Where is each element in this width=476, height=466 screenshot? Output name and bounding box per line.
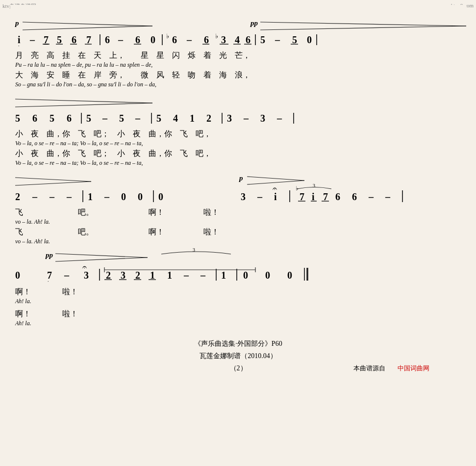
note-1e: 1	[221, 270, 226, 281]
svg-line-36	[55, 258, 148, 261]
chinese-row5: 飞 吧。 啊！ 啦！	[15, 208, 219, 216]
dash5: –	[102, 113, 108, 124]
note-3b: 3	[260, 113, 265, 124]
note-1c: 1	[150, 270, 155, 281]
note-6g: 6	[67, 113, 72, 124]
note-6f: 6	[32, 113, 37, 124]
pinyin-row1: Pu – ra la lu – na splen – de, pu – ra l…	[15, 61, 152, 68]
flat-sign-1: ♭	[166, 32, 169, 40]
flat-sign-3: ♭	[296, 185, 299, 192]
svg-line-24	[15, 178, 91, 181]
note-5a: 5	[57, 34, 62, 45]
note-3a: 3	[227, 113, 232, 124]
note-1d: 1	[167, 270, 172, 281]
pinyin-row8: Ah! la.	[15, 320, 31, 327]
footer-source: 《声乐曲选集·外国部分》P60	[194, 340, 282, 347]
footer-arranger: 瓦莲金娜制谱（2010.04）	[200, 352, 277, 360]
dash7: –	[243, 113, 249, 124]
note-0g: 0	[243, 270, 248, 281]
dynamic-p1: p	[14, 19, 19, 27]
note-0c: 0	[121, 191, 126, 202]
note-4a: 4	[235, 34, 240, 45]
note-0e: 0	[158, 191, 163, 202]
dash4: –	[275, 34, 280, 45]
note-0d: 0	[138, 191, 143, 202]
note-2c: 2	[106, 270, 111, 281]
dash2: –	[118, 34, 124, 45]
note-7b: 7	[86, 34, 91, 45]
chinese-row8: 啊！ 啦！	[15, 310, 78, 318]
dash16: –	[64, 270, 70, 281]
chinese-row6: 飞 吧。 啊！ 啦！	[15, 228, 219, 236]
note-b3: 3	[221, 34, 226, 45]
note-4b: 4	[173, 113, 178, 124]
pinyin-row3: Vo – la, o se – re – na – ta; Vo – la, o…	[15, 140, 143, 147]
dash14: –	[368, 191, 374, 202]
note-5f: 5	[86, 113, 91, 124]
chinese-row4: 小 夜 曲，你 飞 吧； 小 夜 曲，你 飞 吧，	[15, 149, 211, 157]
note-6d: 6	[204, 34, 209, 45]
note-5e: 5	[50, 113, 54, 124]
footer-page: （2）	[229, 364, 247, 372]
note-7c: 7	[323, 191, 328, 202]
note-7a: 7	[44, 34, 49, 45]
score-container: p pp i · – 7 5 6	[10, 5, 466, 434]
note-6i: 6	[352, 191, 357, 202]
note-5b: 5	[260, 34, 265, 45]
note-0f: 0	[15, 270, 20, 281]
note-5g: 5	[119, 113, 124, 124]
dash12: –	[104, 191, 110, 202]
fermata-symbol: 𝄐	[273, 184, 277, 193]
note-5c: 5	[292, 34, 297, 45]
dynamic-pp1: pp	[250, 19, 258, 27]
svg-line-1	[23, 26, 152, 30]
svg-line-2	[260, 22, 466, 26]
dash9: –	[32, 191, 38, 202]
note-b6a: 6	[172, 34, 177, 45]
svg-line-27	[247, 181, 304, 184]
chinese-row7: 啊！ 啦！	[15, 287, 78, 296]
note-3e: 3	[121, 270, 125, 281]
svg-line-0	[23, 22, 152, 26]
chinese-row3: 小 夜 曲，你 飞 吧； 小 夜 曲，你 飞 吧，	[15, 129, 211, 138]
note-6e: 6	[246, 34, 251, 45]
dash17: –	[183, 270, 189, 281]
pinyin-row4: Vo – la, o se – re – na – ta; Vo – la, o…	[15, 159, 143, 166]
chinese-row2: 大 海 安 睡 在 岸 旁， 微 风 轻 吻 着 海 浪，	[15, 71, 251, 79]
pinyin-row2: So – gna su'l li – do l'on – da, so – gn…	[15, 81, 156, 88]
chinese-row1: 月 亮 高 挂 在 天 上， 星 星 闪 烁 着 光 芒，	[15, 51, 251, 59]
dash15: –	[385, 191, 391, 202]
note-0i: 0	[287, 270, 292, 281]
note-6a: 6	[72, 34, 76, 45]
note-5d: 5	[15, 113, 20, 124]
svg-line-3	[260, 26, 466, 30]
note-6b: 6	[105, 34, 110, 45]
dash8: –	[276, 113, 282, 124]
svg-line-19	[15, 103, 152, 107]
svg-line-25	[15, 181, 91, 185]
note-b7a: 7	[300, 191, 304, 202]
note-0b: 0	[307, 34, 312, 45]
note-2b: 2	[15, 191, 20, 202]
svg-line-26	[247, 177, 304, 181]
note-5h: 5	[156, 113, 161, 124]
pinyin-row5: vo – la. Ah! la.	[15, 218, 50, 225]
svg-line-18	[15, 99, 152, 103]
triplet-3b: 3	[193, 247, 195, 253]
note-0h: 0	[265, 270, 270, 281]
flat-sign-2: ♭	[215, 32, 218, 40]
footer-site: 中国词曲网	[398, 364, 429, 372]
page: ktv盘谱盘谱网 www.ktvc8.com p pp i · – 7	[0, 0, 476, 466]
dash6: –	[135, 113, 141, 124]
dash10: –	[49, 191, 55, 202]
pinyin-row7: Ah! la.	[15, 298, 31, 305]
dot-i: ·	[18, 43, 20, 49]
note-6c: 6	[135, 34, 140, 45]
note-2a: 2	[206, 113, 211, 124]
dot-7: ·	[48, 279, 49, 284]
dynamic-pp2: pp	[45, 251, 53, 259]
dash18: –	[200, 270, 206, 281]
dash11: –	[66, 191, 72, 202]
note-0a: 0	[150, 34, 155, 45]
dash13: –	[257, 191, 263, 202]
